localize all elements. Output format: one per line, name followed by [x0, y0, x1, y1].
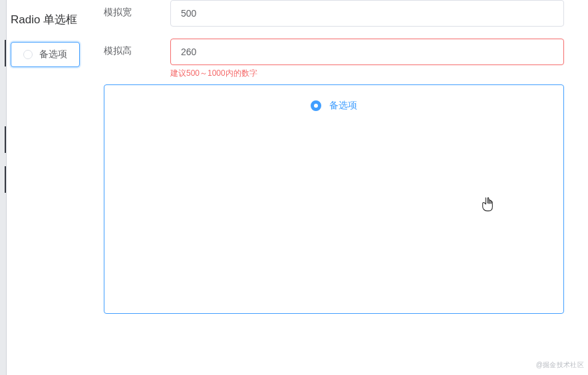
form-row-height: 模拟高 建议500～1000内的数字 [104, 39, 564, 79]
radio-option-label: 备选项 [39, 49, 67, 61]
left-nav-strip [0, 0, 7, 375]
height-input[interactable] [170, 39, 564, 65]
pointer-cursor-icon [480, 195, 495, 213]
main-content: 模拟宽 模拟高 建议500～1000内的数字 备选项 [104, 0, 588, 314]
radio-circle-icon [23, 50, 33, 59]
height-label: 模拟高 [104, 39, 170, 57]
sidebar-title: Radio 单选框 [11, 12, 104, 27]
height-error-message: 建议500～1000内的数字 [170, 68, 564, 79]
preview-radio-option[interactable]: 备选项 [311, 100, 357, 112]
radio-dot-icon [311, 100, 321, 111]
preview-radio-label: 备选项 [329, 100, 357, 112]
preview-panel: 备选项 [104, 84, 564, 314]
sidebar: Radio 单选框 备选项 [11, 0, 104, 314]
radio-option-bordered[interactable]: 备选项 [11, 42, 80, 67]
width-input[interactable] [170, 0, 564, 27]
width-label: 模拟宽 [104, 0, 170, 19]
form-row-width: 模拟宽 [104, 0, 564, 27]
watermark: @掘金技术社区 [536, 360, 584, 370]
